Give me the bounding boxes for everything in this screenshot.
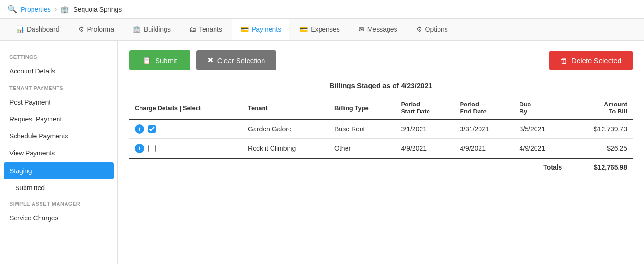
col-tenant: Tenant [242,97,329,119]
view-payments-label: View Payments [9,149,55,157]
sidebar-item-schedule-payments[interactable]: Schedule Payments [0,128,117,145]
totals-row: Totals $12,765.98 [129,158,633,176]
service-charges-label: Service Charges [9,214,58,222]
simple-asset-section-label: SIMPLE ASSET MANAGER [0,195,117,210]
tenant-payments-section-label: TENANT PAYMENTS [0,80,117,94]
tab-payments[interactable]: 💳 Payments [232,19,289,40]
sidebar-item-service-charges[interactable]: Service Charges [0,210,117,226]
col-period-end: PeriodEnd Date [454,97,513,119]
billing-type-cell: Other [329,139,395,159]
totals-amount: $12,765.98 [568,158,633,176]
submit-icon: 📋 [142,56,151,65]
clear-icon: ✖ [207,56,214,65]
schedule-payments-label: Schedule Payments [9,132,68,140]
delete-selected-button[interactable]: 🗑 Delete Selected [549,51,633,70]
tab-proforma[interactable]: ⚙ Proforma [70,19,123,40]
dashboard-icon: 📊 [16,25,24,33]
tab-dashboard[interactable]: 📊 Dashboard [8,19,68,40]
tab-messages[interactable]: ✉ Messages [350,19,406,40]
trash-icon: 🗑 [561,57,568,65]
staging-label: Staging [9,167,32,175]
totals-label: Totals [514,158,568,176]
charge-details-cell: i [129,139,242,159]
request-payment-label: Request Payment [9,115,62,123]
tab-options[interactable]: ⚙ Options [408,19,456,40]
totals-empty [129,158,514,176]
post-payment-label: Post Payment [9,98,50,106]
tab-expenses[interactable]: 💳 Expenses [291,19,348,40]
tenants-icon: 🗂 [190,25,196,33]
sidebar-item-post-payment[interactable]: Post Payment [0,94,117,111]
sidebar-item-submitted[interactable]: Submitted [0,180,117,195]
clear-label: Clear Selection [217,57,265,65]
tab-options-label: Options [425,25,448,33]
properties-link[interactable]: Properties [21,6,51,13]
due-by-cell: 3/5/2021 [514,119,568,139]
period-end-cell: 3/31/2021 [454,119,513,139]
breadcrumb-separator: › [55,6,57,13]
account-details-label: Account Details [9,67,55,75]
options-icon: ⚙ [416,25,422,33]
period-end-cell: 4/9/2021 [454,139,513,159]
period-start-cell: 4/9/2021 [396,139,454,159]
tab-buildings-label: Buildings [144,25,171,33]
delete-label: Delete Selected [571,57,621,65]
buildings-icon: 🏢 [133,25,141,33]
col-charge-details: Charge Details | Select [129,97,242,119]
search-icon: 🔍 [8,5,17,14]
col-billing-type: Billing Type [329,97,395,119]
tenant-cell: Garden Galore [242,119,329,139]
period-start-cell: 3/1/2021 [396,119,454,139]
tab-messages-label: Messages [367,25,397,33]
sidebar-item-view-payments[interactable]: View Payments [0,145,117,162]
messages-icon: ✉ [359,25,364,33]
row-checkbox-0[interactable] [148,125,156,133]
tab-proforma-label: Proforma [87,25,115,33]
table-title: Billings Staged as of 4/23/2021 [129,81,633,89]
info-icon-1[interactable]: i [135,144,144,153]
charge-details-cell: i [129,119,242,139]
tab-tenants-label: Tenants [199,25,222,33]
content-area: 📋 Submit ✖ Clear Selection 🗑 Delete Sele… [118,41,644,264]
info-icon-0[interactable]: i [135,124,144,134]
row-checkbox-1[interactable] [148,145,156,152]
tab-buildings[interactable]: 🏢 Buildings [124,19,179,40]
amount-cell: $26.25 [568,139,633,159]
submit-label: Submit [155,57,177,65]
main-layout: SETTINGS Account Details TENANT PAYMENTS… [0,41,644,264]
expenses-icon: 💳 [300,25,308,33]
payments-icon: 💳 [241,25,249,33]
tab-tenants[interactable]: 🗂 Tenants [181,19,231,40]
billing-type-cell: Base Rent [329,119,395,139]
action-row: 📋 Submit ✖ Clear Selection 🗑 Delete Sele… [129,50,633,70]
clear-selection-button[interactable]: ✖ Clear Selection [196,50,277,70]
proforma-icon: ⚙ [78,25,84,33]
tenant-cell: Rockfit Climbing [242,139,329,159]
billing-table: Charge Details | Select Tenant Billing T… [129,97,633,176]
table-row: i Rockfit Climbing Other 4/9/2021 4/9/20… [129,139,633,159]
due-by-cell: 4/9/2021 [514,139,568,159]
sidebar: SETTINGS Account Details TENANT PAYMENTS… [0,41,118,264]
col-due-by: DueBy [514,97,568,119]
submitted-label: Submitted [15,184,45,192]
submit-button[interactable]: 📋 Submit [129,50,190,70]
sidebar-item-staging[interactable]: Staging [4,162,114,179]
building-icon: 🏢 [60,5,69,14]
nav-tabs: 📊 Dashboard ⚙ Proforma 🏢 Buildings 🗂 Ten… [0,19,644,41]
col-amount: AmountTo Bill [568,97,633,119]
table-row: i Garden Galore Base Rent 3/1/2021 3/31/… [129,119,633,139]
sidebar-item-request-payment[interactable]: Request Payment [0,111,117,128]
tab-dashboard-label: Dashboard [27,25,59,33]
settings-section-label: SETTINGS [0,49,117,63]
sidebar-item-account-details[interactable]: Account Details [0,63,117,80]
building-label: Sequoia Springs [73,6,122,13]
breadcrumb-bar: 🔍 Properties › 🏢 Sequoia Springs [0,0,644,19]
tab-payments-label: Payments [252,25,281,33]
col-period-start: PeriodStart Date [396,97,454,119]
properties-label: Properties [21,6,51,13]
tab-expenses-label: Expenses [311,25,339,33]
amount-cell: $12,739.73 [568,119,633,139]
